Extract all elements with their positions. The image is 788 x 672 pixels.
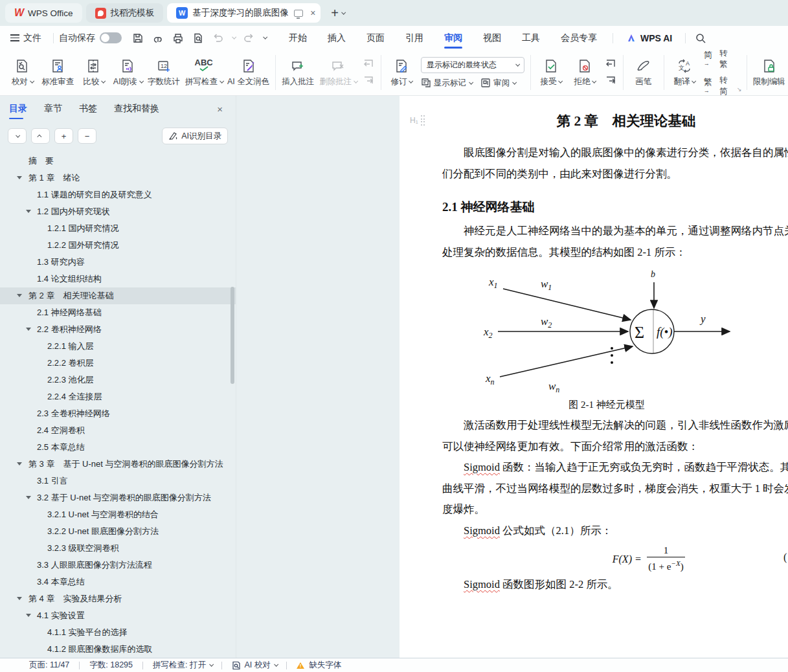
delete-comment-button[interactable]: 删除批注 (317, 52, 359, 93)
toc-item[interactable]: 3.2.3 级联空洞卷积 (0, 540, 236, 557)
toc-item[interactable]: 2.2.4 全连接层 (0, 388, 236, 405)
previous-change-icon[interactable] (604, 59, 617, 69)
sidebar-tab-find-replace[interactable]: 查找和替换 (114, 96, 159, 122)
to-traditional-button[interactable]: 简→ 转繁 (704, 50, 734, 70)
toc-item[interactable]: 4.1.1 实验平台的选择 (0, 624, 236, 641)
track-changes-button[interactable]: 修订 (385, 52, 418, 93)
menu-page[interactable]: 页面 (356, 26, 395, 50)
toc-item[interactable]: 摘 要 (0, 153, 236, 170)
translate-button[interactable]: 文A 翻译 (668, 52, 701, 93)
collapse-arrow-icon[interactable] (17, 294, 22, 297)
toc-item[interactable]: 第 2 章 相关理论基础 (0, 287, 236, 304)
reject-button[interactable]: 拒绝 (568, 52, 602, 93)
close-sidebar-icon[interactable]: × (217, 104, 223, 115)
toc-zoom-in-button[interactable]: + (54, 128, 73, 144)
tab-list-chevron-icon[interactable] (341, 10, 345, 14)
insert-comment-button[interactable]: 插入批注 (279, 52, 317, 93)
compare-button[interactable]: 比较 (76, 52, 110, 93)
ai-recognize-toc-button[interactable]: AI识别目录 (162, 128, 228, 144)
toc-item[interactable]: 1.2.1 国内研究情况 (0, 220, 236, 237)
next-comment-icon[interactable] (362, 76, 375, 86)
toc-collapse-up-button[interactable] (31, 128, 50, 144)
toc-item[interactable]: 3.3 人眼眼底图像分割方法流程 (0, 557, 236, 574)
sidebar-tab-bookmarks[interactable]: 书签 (79, 96, 97, 122)
toc-item[interactable]: 3.1 引言 (0, 473, 236, 489)
to-simplified-button[interactable]: 繁→ 转简 (704, 75, 734, 96)
toc-item[interactable]: 3.2.1 U-net 与空洞卷积的结合 (0, 506, 236, 523)
menu-view[interactable]: 视图 (473, 26, 512, 50)
collapse-arrow-icon[interactable] (26, 496, 31, 499)
print-icon[interactable] (172, 32, 184, 44)
spell-check-status[interactable]: 拼写检查: 打开 (153, 660, 212, 671)
review-pane-button[interactable]: 审阅 (480, 78, 515, 89)
standard-review-button[interactable]: 标准审查 (39, 52, 76, 93)
autosave-toggle[interactable] (100, 32, 122, 43)
toc-item[interactable]: 2.4 空洞卷积 (0, 422, 236, 439)
toc-item[interactable]: 2.2.1 输入层 (0, 338, 236, 355)
toc-item[interactable]: 第 3 章 基于 U-net 与空洞卷积的眼底图像分割方法 (0, 456, 236, 473)
toc-item[interactable]: 3.4 本章总结 (0, 574, 236, 590)
menu-review[interactable]: 审阅 (434, 26, 473, 50)
menu-member[interactable]: 会员专享 (550, 26, 607, 50)
toc-item[interactable]: 2.1 神经网络基础 (0, 304, 236, 321)
search-icon[interactable] (695, 32, 706, 44)
toc-item[interactable]: 1.1 课题的研究目的及研究意义 (0, 186, 236, 203)
toc-item[interactable]: 3.2 基于 U-net 与空洞卷积的眼底图像分割方法 (0, 489, 236, 506)
proofread-button[interactable]: 校对 (5, 52, 39, 93)
spell-check-button[interactable]: ABC 拼写检查 (183, 52, 225, 93)
markup-state-dropdown[interactable]: 显示标记的最终状态 (421, 57, 524, 73)
present-icon[interactable] (294, 10, 303, 17)
tab-docer-templates[interactable]: 找稻壳模板 (86, 3, 164, 23)
undo-icon[interactable] (212, 33, 223, 43)
tab-document[interactable]: W 基于深度学习的眼底图像分割 × (167, 3, 321, 23)
document-page[interactable]: H₁ 第 2 章 相关理论基础 眼底图像分割是对输入的眼底图像中的像素进行分类，… (400, 96, 788, 658)
toc-item[interactable]: 1.4 论文组织结构 (0, 271, 236, 287)
sidebar-scrollbar[interactable] (231, 287, 234, 384)
toc-item[interactable]: 2.2 卷积神经网络 (0, 321, 236, 338)
page-indicator[interactable]: 页面: 11/47 (29, 660, 69, 671)
collapse-arrow-icon[interactable] (26, 614, 31, 617)
collapse-arrow-icon[interactable] (26, 210, 31, 213)
neuron-model-figure[interactable]: x1 x2 xn w1 w2 wn b y Σ f(•) (400, 268, 788, 399)
missing-font-warning[interactable]: 缺失字体 (297, 660, 341, 671)
toc-item[interactable]: 1.2 国内外研究现状 (0, 203, 236, 220)
new-tab-button[interactable]: + (331, 6, 339, 21)
toc-zoom-out-button[interactable]: − (78, 128, 96, 144)
file-menu-button[interactable]: 文件 (9, 32, 48, 44)
menu-reference[interactable]: 引用 (395, 26, 434, 50)
toc-item[interactable]: 4.1.2 眼底图像数据库的选取 (0, 641, 236, 658)
redo-icon[interactable] (243, 33, 254, 43)
menu-insert[interactable]: 插入 (317, 26, 356, 50)
toc-item[interactable]: 2.5 本章总结 (0, 439, 236, 456)
restrict-edit-button[interactable]: 限制编辑 (750, 52, 788, 93)
close-tab-icon[interactable]: × (310, 8, 315, 18)
next-change-icon[interactable] (604, 76, 617, 86)
heading-level-marker[interactable]: H₁ (410, 115, 425, 126)
ai-read-button[interactable]: AI朗读 (110, 52, 144, 93)
ai-polish-button[interactable]: AI 全文润色 (225, 52, 272, 93)
word-count-button[interactable]: 12 字数统计 (145, 52, 183, 93)
tab-wps-office[interactable]: W WPS Office (5, 3, 82, 23)
previous-comment-icon[interactable] (362, 59, 375, 69)
toc-item[interactable]: 2.3 全卷积神经网络 (0, 405, 236, 422)
menu-start[interactable]: 开始 (278, 26, 317, 50)
collapse-arrow-icon[interactable] (17, 176, 22, 179)
toc-expand-down-button[interactable] (8, 128, 27, 144)
sidebar-tab-chapters[interactable]: 章节 (44, 96, 62, 122)
collapse-arrow-icon[interactable] (17, 597, 22, 600)
accept-button[interactable]: 接受 (534, 52, 568, 93)
undo-chevron-icon[interactable] (232, 35, 236, 39)
save-icon[interactable] (132, 32, 144, 44)
toc-item[interactable]: 1.2.2 国外研究情况 (0, 237, 236, 254)
toc-item[interactable]: 4.1 实验设置 (0, 607, 236, 624)
autosave-control[interactable]: 自动保存 (59, 32, 122, 44)
qat-more-chevron-icon[interactable] (263, 35, 267, 39)
drag-handle-icon[interactable] (421, 115, 426, 126)
toc-item[interactable]: 3.2.2 U-net 眼底图像分割方法 (0, 523, 236, 540)
toc-item[interactable]: 第 1 章 绪论 (0, 170, 236, 186)
toc-item[interactable]: 2.2.2 卷积层 (0, 355, 236, 372)
collapse-arrow-icon[interactable] (17, 462, 22, 465)
export-pdf-icon[interactable] (152, 32, 164, 44)
print-preview-icon[interactable] (192, 32, 204, 44)
menu-tools[interactable]: 工具 (512, 26, 550, 50)
